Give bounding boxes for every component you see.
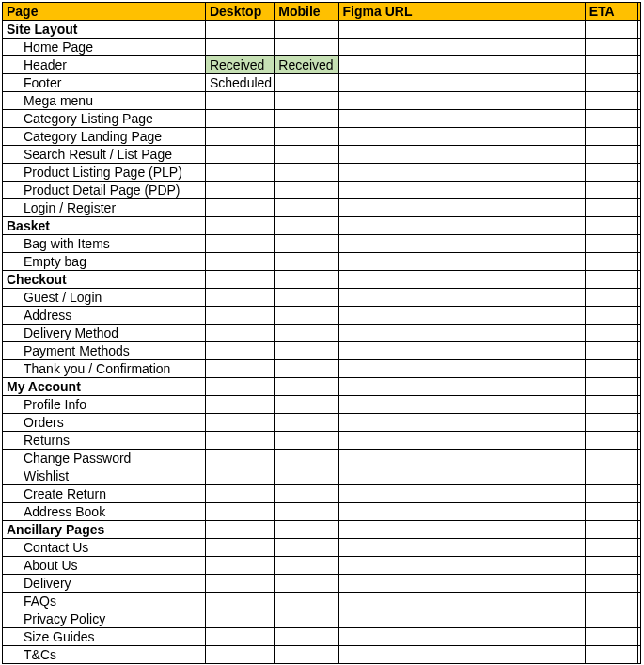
desktop-cell[interactable] [205,503,274,521]
page-label[interactable]: Thank you / Confirmation [3,360,206,378]
mobile-cell[interactable] [275,521,338,539]
mobile-cell[interactable] [275,414,338,432]
desktop-cell[interactable] [205,414,274,432]
figma-cell[interactable] [338,593,585,610]
figma-cell[interactable] [338,378,585,396]
page-label[interactable]: Profile Info [3,396,206,414]
desktop-cell[interactable] [205,325,274,342]
mobile-cell[interactable] [275,199,338,217]
eta-cell[interactable] [585,39,637,56]
page-label[interactable]: Contact Us [3,539,206,557]
eta-cell[interactable] [585,539,637,557]
page-label[interactable]: Change Password [3,450,206,467]
figma-cell[interactable] [338,110,585,128]
eta-cell[interactable] [585,360,637,378]
mobile-cell[interactable] [275,628,338,646]
desktop-cell[interactable] [205,39,274,56]
figma-cell[interactable] [338,503,585,521]
figma-cell[interactable] [338,396,585,414]
mobile-cell[interactable] [275,342,338,360]
figma-cell[interactable] [338,182,585,199]
figma-cell[interactable] [338,485,585,503]
mobile-cell[interactable] [275,21,338,39]
mobile-cell[interactable] [275,74,338,92]
mobile-cell[interactable] [275,575,338,593]
mobile-cell[interactable] [275,164,338,182]
page-label[interactable]: Home Page [3,39,206,56]
header-page[interactable]: Page [3,3,206,21]
page-label[interactable]: Header [3,56,206,74]
eta-cell[interactable] [585,235,637,253]
page-label[interactable]: Footer [3,74,206,92]
header-mobile[interactable]: Mobile [275,3,338,21]
mobile-cell[interactable] [275,217,338,235]
eta-cell[interactable] [585,593,637,610]
mobile-cell[interactable] [275,503,338,521]
mobile-cell[interactable] [275,325,338,342]
mobile-cell[interactable] [275,128,338,146]
page-label[interactable]: Privacy Policy [3,610,206,628]
desktop-cell[interactable]: Received [205,56,274,74]
eta-cell[interactable] [585,503,637,521]
figma-cell[interactable] [338,467,585,485]
eta-cell[interactable] [585,396,637,414]
eta-cell[interactable] [585,450,637,467]
page-label[interactable]: Delivery [3,575,206,593]
desktop-cell[interactable] [205,235,274,253]
eta-cell[interactable] [585,307,637,325]
figma-cell[interactable] [338,325,585,342]
page-label[interactable]: Product Detail Page (PDP) [3,182,206,199]
figma-cell[interactable] [338,56,585,74]
eta-cell[interactable] [585,378,637,396]
desktop-cell[interactable] [205,396,274,414]
figma-cell[interactable] [338,557,585,575]
figma-cell[interactable] [338,39,585,56]
page-label[interactable]: Login / Register [3,199,206,217]
section-label[interactable]: My Account [3,378,206,396]
mobile-cell[interactable]: Received [275,56,338,74]
desktop-cell[interactable] [205,92,274,110]
eta-cell[interactable] [585,575,637,593]
desktop-cell[interactable] [205,432,274,450]
mobile-cell[interactable] [275,557,338,575]
mobile-cell[interactable] [275,110,338,128]
eta-cell[interactable] [585,128,637,146]
desktop-cell[interactable] [205,485,274,503]
figma-cell[interactable] [338,646,585,664]
eta-cell[interactable] [585,557,637,575]
figma-cell[interactable] [338,342,585,360]
page-label[interactable]: Delivery Method [3,325,206,342]
eta-cell[interactable] [585,289,637,307]
desktop-cell[interactable] [205,146,274,164]
page-label[interactable]: Address Book [3,503,206,521]
page-label[interactable]: Address [3,307,206,325]
page-label[interactable]: Returns [3,432,206,450]
mobile-cell[interactable] [275,396,338,414]
desktop-cell[interactable] [205,360,274,378]
figma-cell[interactable] [338,307,585,325]
page-label[interactable]: Empty bag [3,253,206,271]
eta-cell[interactable] [585,74,637,92]
section-label[interactable]: Basket [3,217,206,235]
page-label[interactable]: Category Listing Page [3,110,206,128]
figma-cell[interactable] [338,199,585,217]
desktop-cell[interactable] [205,378,274,396]
page-label[interactable]: About Us [3,557,206,575]
desktop-cell[interactable] [205,164,274,182]
mobile-cell[interactable] [275,235,338,253]
mobile-cell[interactable] [275,646,338,664]
page-label[interactable]: Size Guides [3,628,206,646]
eta-cell[interactable] [585,92,637,110]
page-label[interactable]: Category Landing Page [3,128,206,146]
desktop-cell[interactable] [205,199,274,217]
header-eta[interactable]: ETA [585,3,637,21]
section-label[interactable]: Checkout [3,271,206,289]
eta-cell[interactable] [585,182,637,199]
figma-cell[interactable] [338,128,585,146]
section-label[interactable]: Site Layout [3,21,206,39]
page-label[interactable]: Mega menu [3,92,206,110]
page-label[interactable]: Product Listing Page (PLP) [3,164,206,182]
mobile-cell[interactable] [275,467,338,485]
figma-cell[interactable] [338,360,585,378]
figma-cell[interactable] [338,253,585,271]
